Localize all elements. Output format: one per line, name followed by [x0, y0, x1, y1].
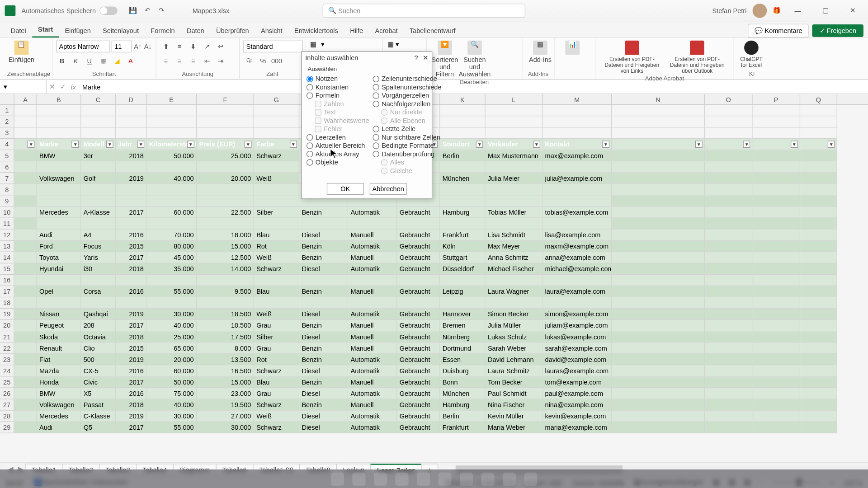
ribbon-tab-einfügen[interactable]: Einfügen [59, 23, 97, 38]
cell[interactable]: Passat [81, 399, 116, 411]
cell[interactable] [486, 275, 543, 286]
addins-button[interactable]: ▦Add-Ins [526, 39, 554, 64]
radio-letzte-zelle[interactable]: Letzte Zelle [373, 125, 441, 133]
row-header[interactable]: 13 [0, 241, 14, 252]
cell[interactable]: Gebraucht [397, 388, 440, 399]
cell[interactable]: Diesel [299, 331, 348, 343]
cell[interactable]: Gebraucht [397, 207, 440, 218]
cell[interactable]: 2018 [116, 399, 147, 411]
cell[interactable] [705, 377, 753, 388]
cell[interactable]: Kilometerstand [146, 139, 197, 150]
cell[interactable]: Manuell [348, 252, 397, 263]
cell[interactable]: Schwarz [254, 399, 299, 411]
cell[interactable]: 3er [81, 150, 116, 161]
cell[interactable]: 2019 [116, 173, 147, 184]
cell[interactable] [705, 263, 753, 275]
cell[interactable] [800, 263, 837, 275]
cell[interactable]: Toyota [37, 252, 81, 263]
row-header[interactable]: 25 [0, 377, 14, 388]
cell[interactable]: 2018 [116, 263, 147, 275]
cell[interactable] [14, 366, 37, 377]
cell[interactable] [753, 230, 801, 241]
cell[interactable]: Benzin [299, 377, 348, 388]
cell[interactable]: 35.000 [146, 263, 197, 275]
cell[interactable] [14, 377, 37, 388]
cell[interactable] [116, 275, 147, 286]
cell[interactable] [800, 286, 837, 297]
cell[interactable] [753, 320, 801, 331]
cell[interactable]: Laura Schmitz [486, 366, 543, 377]
cell[interactable] [800, 127, 837, 139]
cell[interactable] [146, 184, 197, 196]
col-header[interactable]: Q [800, 94, 837, 104]
avatar[interactable] [753, 3, 767, 18]
col-header[interactable]: G [254, 94, 299, 104]
cell[interactable] [800, 116, 837, 127]
cell[interactable] [753, 196, 801, 207]
cell[interactable] [800, 275, 837, 286]
cell[interactable] [542, 127, 612, 139]
cell[interactable] [440, 297, 485, 309]
cell[interactable]: tom@example.com [542, 377, 612, 388]
col-header[interactable]: E [146, 94, 197, 104]
insert-cells-button[interactable]: ▦ ▾ [387, 41, 399, 48]
cell[interactable] [612, 331, 705, 343]
cell[interactable] [705, 127, 753, 139]
cell[interactable]: 8.000 [197, 343, 254, 354]
cell[interactable]: Opel [37, 286, 81, 297]
cell[interactable] [37, 196, 81, 207]
cell[interactable]: Duisburg [440, 366, 485, 377]
cell[interactable] [542, 105, 612, 116]
cell[interactable] [753, 173, 801, 184]
ribbon-tab-daten[interactable]: Daten [181, 23, 210, 38]
cell[interactable] [705, 218, 753, 230]
cell[interactable]: Octavia [81, 331, 116, 343]
align-bot-icon[interactable]: ⬇ [187, 41, 199, 52]
cell[interactable] [197, 184, 254, 196]
cell[interactable] [254, 196, 299, 207]
row-header[interactable]: 6 [0, 161, 14, 173]
cell[interactable]: 40.000 [146, 320, 197, 331]
radio-vorgängerzellen[interactable]: Vorgängerzellen [373, 91, 441, 99]
cell[interactable]: 25.000 [197, 150, 254, 161]
comments-button[interactable]: 💬 Kommentare [748, 24, 809, 38]
cell[interactable]: Peugeot [37, 320, 81, 331]
cell[interactable]: 30.000 [146, 411, 197, 422]
cell[interactable] [612, 139, 705, 150]
row-header[interactable]: 9 [0, 196, 14, 207]
cell[interactable]: max@example.com [542, 150, 612, 161]
cell[interactable]: 75.000 [146, 388, 197, 399]
cell[interactable]: Benzin [299, 320, 348, 331]
cell[interactable]: Manuell [348, 343, 397, 354]
cell[interactable]: München [440, 388, 485, 399]
cell[interactable] [14, 275, 37, 286]
cell[interactable]: Manuell [348, 399, 397, 411]
cell[interactable] [753, 241, 801, 252]
cell[interactable] [486, 184, 543, 196]
cell[interactable] [705, 399, 753, 411]
sort-filter-button[interactable]: 🔽Sortieren und Filtern [430, 39, 459, 79]
cell[interactable]: Weiß [254, 411, 299, 422]
row-header[interactable]: 27 [0, 399, 14, 411]
cell[interactable] [440, 218, 485, 230]
cell[interactable] [612, 343, 705, 354]
cell[interactable]: tobias@example.com [542, 207, 612, 218]
cell[interactable] [800, 105, 837, 116]
cell[interactable] [705, 150, 753, 161]
cell[interactable]: Audi [37, 230, 81, 241]
cell[interactable] [753, 366, 801, 377]
save-icon[interactable]: 💾 [127, 5, 139, 16]
cell[interactable]: Benzin [299, 241, 348, 252]
cell[interactable]: Gebraucht [397, 263, 440, 275]
cell[interactable]: Lisa Schmidt [486, 230, 543, 241]
cell[interactable] [81, 127, 116, 139]
cell[interactable]: Automatik [348, 422, 397, 433]
cell[interactable]: kevin@example.com [542, 411, 612, 422]
cell[interactable] [197, 218, 254, 230]
cell[interactable]: 2016 [116, 230, 147, 241]
cell[interactable]: Volkswagen [37, 173, 81, 184]
radio-konstanten[interactable]: Konstanten [307, 83, 369, 91]
cell[interactable]: Manuell [348, 320, 397, 331]
cell[interactable] [753, 263, 801, 275]
cancel-formula-icon[interactable]: ✕ [47, 83, 57, 90]
